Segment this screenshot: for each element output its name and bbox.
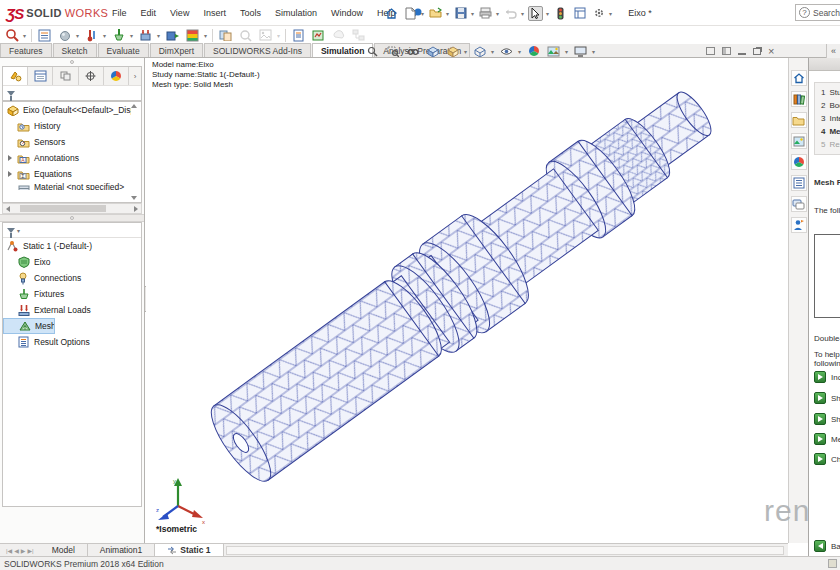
tree-scroll-down[interactable] [131,196,137,200]
study-item-connections[interactable]: Connections [3,270,141,286]
open-caret[interactable]: ▾ [446,10,449,17]
apply-scene-caret[interactable]: ▾ [565,48,568,55]
advisor-step-2[interactable]: 2Bod [821,99,840,112]
last-tab-icon[interactable]: ▶| [27,547,33,554]
advisor-action-3[interactable]: Sh [814,413,840,425]
tab-dimxpert-manager[interactable] [79,67,104,85]
scroll-thumb[interactable] [20,205,106,212]
undo-caret[interactable]: ▾ [521,10,524,17]
study-item-fixtures[interactable]: Fixtures [3,286,141,302]
hide-show-items-icon[interactable] [499,44,514,59]
menu-item-simulation[interactable]: Simulation [275,8,317,18]
display-style-caret[interactable]: ▾ [491,48,494,55]
advisor-action-5[interactable]: Ch [814,453,840,465]
user-community-icon[interactable] [791,217,807,233]
tree-scroll-up[interactable] [131,104,137,108]
advisor-action-1[interactable]: Inc [814,371,840,383]
advisor-back-button[interactable]: Ba [814,540,840,552]
tab-static-1[interactable]: Static 1 [155,544,223,556]
external-loads-caret[interactable]: ▾ [157,32,160,39]
view-settings-caret[interactable]: ▾ [592,48,595,55]
study-item-part[interactable]: Eixo [3,254,141,270]
edit-appearance-icon[interactable] [526,44,541,59]
pane-left-icon[interactable] [706,47,715,55]
select-caret[interactable]: ▾ [546,10,549,17]
advisor-action-2[interactable]: Sh [814,392,840,404]
new-document-caret[interactable]: ▾ [421,10,424,17]
fixtures-advisor-icon[interactable] [111,28,126,43]
tab-animation1[interactable]: Animation1 [88,544,156,556]
tree-item-material[interactable]: Material <not specified> [3,182,141,190]
tab-solidworks-add-ins[interactable]: SOLIDWORKS Add-Ins [204,43,311,57]
display-style-icon[interactable] [472,44,487,59]
apply-scene-icon[interactable] [546,44,561,59]
pane-right-icon[interactable] [722,47,731,55]
run-study-icon[interactable] [165,28,180,43]
tab-feature-manager-tree[interactable] [3,67,28,85]
restore-icon[interactable] [753,48,761,55]
tab-display-manager[interactable] [104,67,129,85]
thermal-options-caret[interactable]: ▾ [103,32,106,39]
expand-arrow-icon[interactable] [8,171,12,177]
compare-results-icon[interactable] [218,28,233,43]
study-item-external-loads[interactable]: External Loads [3,302,141,318]
tab-model[interactable]: Model [40,544,88,556]
new-study-icon[interactable] [37,28,52,43]
menu-item-file[interactable]: File [112,8,127,18]
zoom-to-fit-icon[interactable] [365,44,380,59]
tab-dimxpert[interactable]: DimXpert [150,43,203,57]
menu-item-tools[interactable]: Tools [240,8,261,18]
advisor-step-4[interactable]: 4Me [821,125,840,138]
offloaded-simulation-icon[interactable] [331,28,346,43]
tab-configuration-manager[interactable] [53,67,78,85]
tab-property-manager[interactable] [28,67,53,85]
select-cursor-icon[interactable] [528,6,543,21]
apply-material-icon[interactable] [57,28,72,43]
scroll-right-icon[interactable] [134,206,138,212]
tab-evaluate[interactable]: Evaluate [98,43,149,57]
next-tab-icon[interactable]: ▶ [21,547,26,554]
results-advisor-caret[interactable]: ▾ [204,32,207,39]
tab-sketch[interactable]: Sketch [53,43,97,57]
filter-caret[interactable]: ▾ [17,227,20,234]
tree-item-equations[interactable]: Σ Equations [3,166,141,182]
advisor-step-1[interactable]: 1Stud [821,86,840,99]
feature-tree-root[interactable]: Eixo (Default<<Default>_Display [3,102,141,118]
study-filter-row[interactable]: ▾ [3,223,141,238]
previous-view-icon[interactable] [405,44,420,59]
view-orientation-icon[interactable] [445,44,460,59]
menu-item-insert[interactable]: Insert [203,8,226,18]
study-item-result-options[interactable]: Result Options [3,334,141,350]
save-caret[interactable]: ▾ [471,10,474,17]
task-pane-collapse-icon[interactable]: « [826,44,840,58]
plot-tools-icon[interactable] [238,28,253,43]
print-caret[interactable]: ▾ [496,10,499,17]
print-icon[interactable] [478,6,493,21]
simulation-evaluator-icon[interactable] [311,28,326,43]
scroll-left-icon[interactable] [6,206,10,212]
study-tree-root[interactable]: Static 1 (-Default-) [3,238,141,254]
graphics-viewport[interactable]: Model name:Eixo Study name:Static 1(-Def… [146,58,788,543]
menu-item-view[interactable]: View [170,8,189,18]
study-item-mesh[interactable]: Mesh [3,318,55,334]
panel-splitter[interactable] [0,214,144,222]
expand-arrow-icon[interactable] [8,155,12,161]
panel-grip[interactable] [0,58,144,66]
view-orientation-caret[interactable]: ▾ [464,48,467,55]
undo-icon[interactable] [503,6,518,21]
solidworks-resources-home-icon[interactable] [791,70,807,86]
tree-horizontal-scrollbar[interactable] [2,203,142,214]
include-image-caret[interactable]: ▾ [277,32,280,39]
advisor-action-4[interactable]: Me [814,433,840,445]
manager-tabs-overflow-icon[interactable]: › [129,67,141,85]
report-icon[interactable] [291,28,306,43]
solidworks-forum-icon[interactable] [791,196,807,212]
close-icon[interactable]: × [768,46,774,56]
advisor-step-5[interactable]: 5Res [821,138,840,151]
hide-show-caret[interactable]: ▾ [518,48,521,55]
section-view-icon[interactable] [425,44,440,59]
home-icon[interactable] [384,6,399,21]
apply-material-caret[interactable]: ▾ [76,32,79,39]
include-image-icon[interactable] [258,28,273,43]
advisor-step-3[interactable]: 3Inte [821,112,840,125]
